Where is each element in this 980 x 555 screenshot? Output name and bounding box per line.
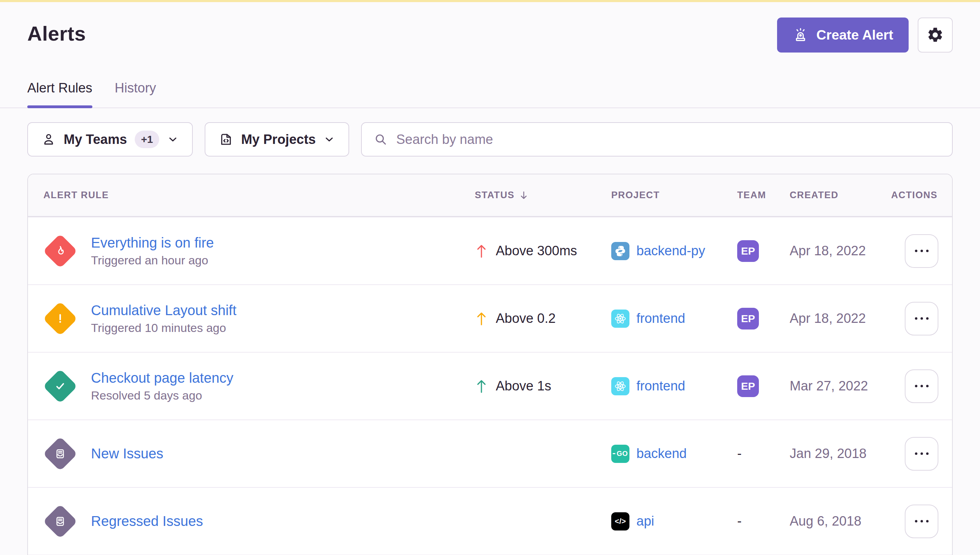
siren-icon [793,27,809,43]
row-actions-button[interactable] [905,234,938,268]
ellipsis-icon [915,250,929,252]
status-threshold: Above 0.2 [496,311,556,326]
teams-extra-count-badge: +1 [135,131,159,148]
status-threshold: Above 300ms [496,243,577,258]
column-header-team: Team [737,190,790,201]
ellipsis-icon [915,452,929,455]
alert-rule-link[interactable]: Cumulative Layout shift [91,303,237,318]
project-link[interactable]: frontend [636,311,685,326]
alerts-page: Alerts Create Alert [0,2,980,555]
arrow-up-icon [475,243,488,259]
column-header-status[interactable]: Status [475,190,611,201]
table-header-row: Alert Rule Status Project Team Created A… [28,174,952,217]
code-icon: </> [611,512,630,531]
team-badge: EP [737,308,759,329]
teams-filter-dropdown[interactable]: My Teams +1 [27,122,193,157]
settings-button[interactable] [918,18,953,53]
projects-filter-label: My Projects [241,132,316,147]
issue-alert-indicator [43,436,78,471]
alert-rules-table: Alert Rule Status Project Team Created A… [27,174,953,555]
fire-icon [53,244,67,258]
search-input[interactable] [396,132,940,147]
column-header-created: Created [790,190,891,201]
page-title: Alerts [27,22,86,45]
chevron-down-icon [167,133,179,145]
created-date: Mar 27, 2022 [790,379,891,394]
header-actions: Create Alert [777,18,953,53]
row-actions-button[interactable] [905,302,938,335]
row-actions-button[interactable] [905,437,938,471]
table-row: Regressed Issues </> api - Aug 6, 2018 [28,487,952,555]
search-icon [374,132,388,146]
tab-history[interactable]: History [115,80,156,107]
project-link[interactable]: backend-py [636,243,705,258]
row-actions-button[interactable] [905,369,938,403]
create-alert-label: Create Alert [816,27,893,43]
project-link[interactable]: api [636,514,654,529]
created-date: Apr 18, 2022 [790,243,891,258]
projects-filter-dropdown[interactable]: My Projects [205,122,349,157]
issue-alert-indicator [43,504,78,539]
issues-icon [54,447,67,460]
tab-bar: Alert Rules History [0,80,980,108]
ellipsis-icon [915,317,929,320]
alert-rule-link[interactable]: Regressed Issues [91,513,203,529]
severity-warning-indicator [43,301,78,336]
team-empty: - [737,446,742,461]
gear-icon [926,26,944,44]
chevron-down-icon [323,133,335,145]
alert-rule-link[interactable]: Checkout page latency [91,370,233,386]
created-date: Aug 6, 2018 [790,514,891,529]
user-icon [41,132,56,147]
project-link[interactable]: frontend [636,379,685,394]
team-empty: - [737,514,742,528]
column-header-project: Project [611,190,737,201]
status-threshold: Above 1s [496,379,551,394]
table-row: Checkout page latency Resolved 5 days ag… [28,352,952,419]
team-badge: EP [737,240,759,262]
filter-bar: My Teams +1 My Projects [27,122,953,157]
teams-filter-label: My Teams [64,132,127,147]
react-icon [611,310,630,328]
arrow-up-icon [475,379,488,394]
create-alert-button[interactable]: Create Alert [777,18,909,53]
alert-rule-detail: Triggered an hour ago [91,253,214,267]
severity-critical-indicator [43,234,78,269]
arrow-down-icon [518,190,529,201]
ellipsis-icon [915,520,929,523]
table-row: Cumulative Layout shift Triggered 10 min… [28,284,952,352]
table-row: Everything is on fire Triggered an hour … [28,217,952,284]
react-icon [611,377,630,395]
project-pages-icon [219,132,233,147]
created-date: Apr 18, 2022 [790,311,891,326]
column-header-alert-rule: Alert Rule [28,190,475,201]
alert-rule-link[interactable]: New Issues [91,446,163,462]
project-link[interactable]: backend [636,446,687,461]
alert-rule-detail: Triggered 10 minutes ago [91,321,237,335]
table-row: New Issues GO backend - Jan 29, 2018 [28,419,952,487]
ellipsis-icon [915,385,929,387]
column-header-actions: Actions [891,190,952,201]
issues-icon [54,515,67,528]
team-badge: EP [737,375,759,397]
page-header: Alerts Create Alert [27,2,953,53]
severity-resolved-indicator [43,369,78,404]
arrow-up-icon [475,311,488,326]
tab-alert-rules[interactable]: Alert Rules [27,80,93,107]
alert-rule-link[interactable]: Everything is on fire [91,235,214,251]
python-icon [611,242,630,260]
alert-rule-detail: Resolved 5 days ago [91,389,233,402]
created-date: Jan 29, 2018 [790,446,891,461]
check-icon [53,379,67,393]
exclamation-icon [53,312,67,326]
row-actions-button[interactable] [905,505,938,538]
go-icon: GO [611,445,630,463]
search-container [361,122,953,157]
